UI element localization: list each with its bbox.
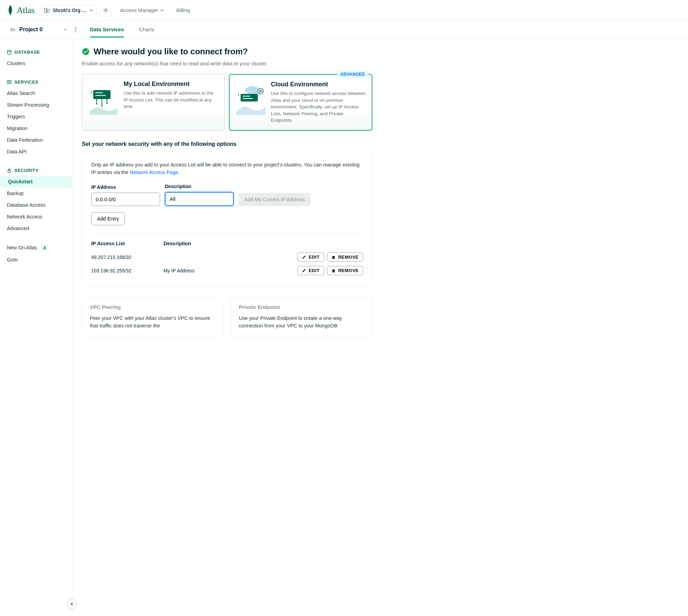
svg-rect-18 — [243, 96, 250, 97]
sidebar-item-advanced[interactable]: Advanced — [0, 223, 72, 234]
svg-point-4 — [75, 29, 76, 30]
chevron-down-icon — [89, 9, 93, 12]
remove-button[interactable]: REMOVE — [327, 252, 363, 262]
sidebar-item-atlas-search[interactable]: Atlas Search — [0, 87, 72, 99]
access-manager-nav[interactable]: Access Manager — [120, 7, 164, 13]
topbar: Atlas Shruti's Org … Access Manager Bill… — [0, 0, 688, 21]
local-card-desc: Use this to add network IP addresses to … — [124, 90, 218, 110]
cloud-environment-card[interactable]: ADVANCED Cloud Environment Use this to c… — [229, 74, 372, 131]
check-circle-icon — [82, 48, 89, 55]
svg-point-5 — [75, 31, 76, 32]
private-endpoint-card[interactable]: Private Endpoint Use your Private Endpoi… — [231, 296, 372, 338]
vpc-peering-card[interactable]: VPC Peering Peer your VPC with your Atla… — [82, 296, 223, 338]
sidebar-item-new-on-atlas[interactable]: New On Atlas 4 — [0, 242, 72, 254]
ip-address-label: IP Address — [91, 184, 160, 190]
chevron-left-icon — [70, 602, 74, 606]
network-security-heading: Set your network security with any of th… — [82, 141, 372, 147]
svg-rect-7 — [8, 80, 11, 84]
network-access-page-link[interactable]: Network Access Page — [130, 170, 178, 175]
settings-button[interactable] — [99, 4, 112, 17]
project-selector[interactable]: Project 0 — [10, 26, 67, 33]
svg-rect-10 — [93, 90, 110, 99]
brand-name: Atlas — [17, 5, 34, 15]
svg-point-6 — [8, 50, 11, 52]
remove-button[interactable]: REMOVE — [327, 266, 363, 275]
sidebar-collapse-button[interactable] — [67, 599, 77, 609]
add-entry-button[interactable]: Add Entry — [91, 212, 125, 225]
lock-icon — [7, 168, 12, 173]
svg-point-2 — [105, 9, 106, 11]
advanced-badge: ADVANCED — [337, 71, 368, 78]
dots-vertical-icon — [75, 27, 76, 32]
sidebar-item-backup[interactable]: Backup — [0, 187, 72, 199]
cloud-card-title: Cloud Environment — [271, 81, 366, 88]
trash-icon — [331, 255, 336, 259]
pe-card-desc: Use your Private Endpoint to create a on… — [239, 315, 364, 330]
gear-icon — [103, 8, 108, 13]
ip-cell: 49.207.215.166/32 — [91, 255, 163, 260]
svg-point-14 — [101, 105, 103, 107]
sidebar-header-security: SECURITY — [0, 165, 72, 176]
svg-rect-8 — [8, 170, 11, 172]
svg-rect-17 — [241, 94, 258, 101]
logo[interactable]: Atlas — [7, 4, 34, 17]
edit-button[interactable]: EDIT — [297, 252, 324, 262]
description-input[interactable] — [165, 192, 234, 206]
leaf-icon — [7, 4, 14, 17]
ip-access-panel: Only an IP address you add to your Acces… — [82, 152, 372, 287]
local-env-illustration-icon — [86, 84, 119, 115]
svg-rect-1 — [47, 9, 49, 12]
vpc-card-desc: Peer your VPC with your Atlas cluster's … — [90, 315, 215, 330]
add-current-ip-button[interactable]: Add My Current IP Address — [239, 193, 310, 206]
chevron-down-icon — [63, 28, 67, 31]
sidebar-header-services: SERVICES — [0, 77, 72, 87]
sidebar-item-network-access[interactable]: Network Access — [0, 211, 72, 223]
project-name: Project 0 — [19, 26, 43, 33]
org-icon — [44, 8, 50, 13]
sidebar-item-stream-processing[interactable]: Stream Processing — [0, 99, 72, 111]
ip-cell: 103.136.92.255/32 — [91, 268, 163, 273]
description-label: Description — [165, 184, 234, 189]
svg-rect-0 — [45, 8, 46, 12]
new-on-atlas-label: New On Atlas — [7, 245, 37, 250]
folder-icon — [10, 26, 16, 33]
ip-list-row: 103.136.92.255/32 My IP Address EDIT REM… — [91, 264, 363, 277]
edit-button[interactable]: EDIT — [297, 266, 324, 275]
local-environment-card[interactable]: My Local Environment Use this to add net… — [82, 74, 225, 131]
desc-cell: My IP Address — [163, 268, 297, 273]
new-count-badge: 4 — [41, 245, 49, 251]
sidebar-item-quickstart[interactable]: Quickstart — [0, 176, 72, 187]
chevron-down-icon — [160, 9, 164, 12]
sidebar-item-triggers[interactable]: Triggers — [0, 111, 72, 122]
access-manager-label: Access Manager — [120, 7, 159, 13]
sidebar-item-goto[interactable]: Goto — [0, 254, 72, 266]
list-header-desc: Description — [163, 241, 363, 246]
project-menu-button[interactable] — [71, 25, 81, 34]
sidebar-item-data-api[interactable]: Data API — [0, 146, 72, 158]
sidebar-item-data-federation[interactable]: Data Federation — [0, 134, 72, 146]
services-icon — [7, 80, 12, 85]
trash-icon — [331, 269, 336, 273]
sidebar: DATABASE Clusters SERVICES Atlas Search … — [0, 39, 72, 616]
tab-charts[interactable]: Charts — [139, 22, 154, 37]
pencil-icon — [302, 255, 306, 259]
sidebar-item-clusters[interactable]: Clusters — [0, 57, 72, 69]
ip-address-input[interactable] — [91, 193, 160, 206]
tab-data-services[interactable]: Data Services — [90, 22, 124, 37]
billing-nav[interactable]: Billing — [176, 7, 190, 13]
list-header-ip: IP Access List — [91, 241, 163, 246]
svg-point-15 — [106, 102, 108, 104]
page-subtitle: Enable access for any network(s) that ne… — [82, 61, 372, 66]
billing-label: Billing — [176, 7, 190, 13]
subbar: Project 0 Data Services Charts — [0, 21, 688, 39]
svg-point-13 — [96, 103, 97, 105]
cloud-card-desc: Use this to configure network access bet… — [271, 90, 366, 124]
page-title: Where would you like to connect from? — [94, 47, 248, 56]
org-selector[interactable]: Shruti's Org … — [41, 5, 96, 15]
svg-point-3 — [75, 27, 76, 28]
sidebar-item-migration[interactable]: Migration — [0, 122, 72, 134]
divider — [91, 234, 363, 234]
sidebar-item-database-access[interactable]: Database Access — [0, 199, 72, 211]
ip-list-row: 49.207.215.166/32 EDIT REMOVE — [91, 250, 363, 264]
svg-rect-11 — [95, 92, 103, 93]
